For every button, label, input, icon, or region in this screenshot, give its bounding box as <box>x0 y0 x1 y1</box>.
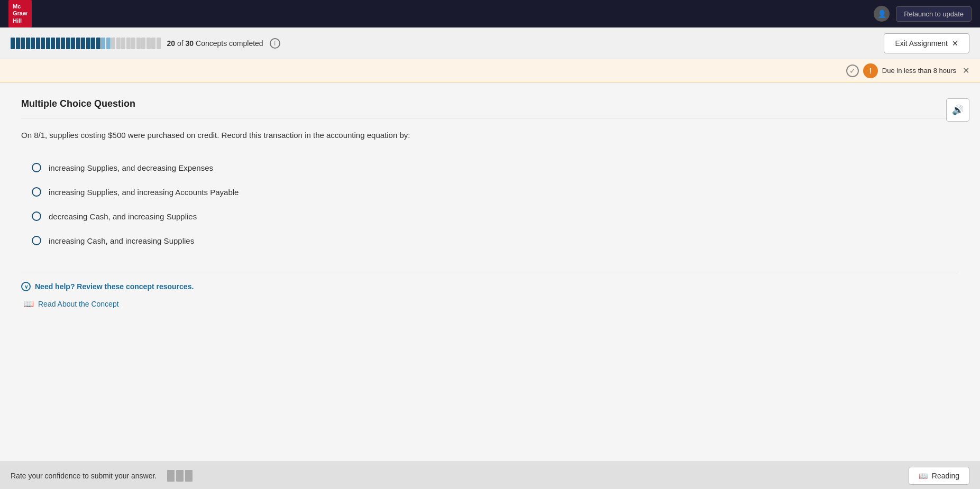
progress-segment-empty <box>151 38 155 49</box>
answer-options: increasing Supplies, and decreasing Expe… <box>32 163 959 245</box>
book-icon: 📖 <box>23 299 34 309</box>
warning-icon: ! <box>863 63 878 78</box>
radio-button-c[interactable] <box>32 211 41 221</box>
reading-icon: 📖 <box>919 472 928 480</box>
progress-total: 30 <box>186 39 194 48</box>
progress-bar <box>11 38 161 49</box>
progress-current: 20 <box>167 39 176 48</box>
chevron-down-icon: ∨ <box>21 282 31 291</box>
progress-segment-filled <box>86 38 90 49</box>
main-content: 🔊 Multiple Choice Question On 8/1, suppl… <box>0 82 980 484</box>
radio-inner-c <box>34 214 39 218</box>
progress-segment-empty <box>141 38 145 49</box>
bottom-left: Rate your confidence to submit your answ… <box>11 470 193 482</box>
radio-button-b[interactable] <box>32 187 41 197</box>
exit-label: Exit Assignment <box>895 39 948 48</box>
progress-segment-empty <box>116 38 121 49</box>
user-avatar[interactable]: 👤 <box>874 6 890 22</box>
progress-segment-filled <box>41 38 45 49</box>
due-notice-bar: ✓ ! Due in less than 8 hours ✕ <box>0 59 980 82</box>
progress-segment-filled <box>56 38 60 49</box>
progress-segment-partial <box>101 38 105 49</box>
radio-button-a[interactable] <box>32 163 41 172</box>
progress-segment-filled <box>26 38 30 49</box>
progress-segment-filled <box>66 38 70 49</box>
radio-inner-a <box>34 165 39 170</box>
progress-segment-filled <box>51 38 55 49</box>
progress-segment-filled <box>76 38 80 49</box>
due-text: Due in less than 8 hours <box>882 67 956 75</box>
bottom-bar: Rate your confidence to submit your answ… <box>0 462 980 489</box>
reading-label: Reading <box>932 472 959 480</box>
confidence-bars <box>167 470 193 482</box>
top-navigation: Mc Graw Hill 👤 Relaunch to update <box>0 0 980 27</box>
answer-option-d[interactable]: increasing Cash, and increasing Supplies <box>32 236 959 245</box>
confidence-text: Rate your confidence to submit your answ… <box>11 472 157 480</box>
option-text-c: decreasing Cash, and increasing Supplies <box>49 212 197 221</box>
progress-segment-empty <box>157 38 161 49</box>
check-circle-icon: ✓ <box>846 64 859 77</box>
help-section: ∨ Need help? Review these concept resour… <box>21 272 959 309</box>
confidence-bar-1 <box>167 470 175 482</box>
progress-segment-filled <box>46 38 50 49</box>
progress-segment-empty <box>126 38 131 49</box>
progress-segment-empty <box>131 38 135 49</box>
confidence-bar-3 <box>185 470 193 482</box>
progress-segment-filled <box>91 38 95 49</box>
progress-segment-filled <box>21 38 25 49</box>
info-icon[interactable]: i <box>270 38 280 49</box>
audio-button[interactable]: 🔊 <box>946 98 969 122</box>
progress-left: 20 of 30 Concepts completed i <box>11 38 969 49</box>
progress-segment-filled <box>81 38 85 49</box>
radio-button-d[interactable] <box>32 236 41 245</box>
progress-segment-empty <box>136 38 141 49</box>
progress-segment-filled <box>11 38 15 49</box>
relaunch-button[interactable]: Relaunch to update <box>896 6 972 22</box>
progress-segment-filled <box>36 38 40 49</box>
mcgraw-hill-logo: Mc Graw Hill <box>8 0 32 27</box>
option-text-b: increasing Supplies, and increasing Acco… <box>49 188 239 197</box>
progress-segment-filled <box>96 38 100 49</box>
radio-inner-b <box>34 190 39 194</box>
progress-segment-empty <box>121 38 125 49</box>
radio-inner-d <box>34 238 39 243</box>
progress-segment-filled <box>71 38 75 49</box>
answer-option-c[interactable]: decreasing Cash, and increasing Supplies <box>32 211 959 221</box>
answer-option-b[interactable]: increasing Supplies, and increasing Acco… <box>32 187 959 197</box>
progress-segment-filled <box>31 38 35 49</box>
progress-area: 20 of 30 Concepts completed i Exit Assig… <box>0 27 980 59</box>
reading-button[interactable]: 📖 Reading <box>909 467 969 485</box>
top-nav-right: 👤 Relaunch to update <box>874 6 972 22</box>
progress-segment-partial <box>106 38 111 49</box>
exit-assignment-button[interactable]: Exit Assignment ✕ <box>884 33 969 53</box>
progress-segment-empty <box>111 38 115 49</box>
progress-label: Concepts completed <box>196 39 263 48</box>
read-concept-link[interactable]: 📖 Read About the Concept <box>23 299 959 309</box>
progress-of: of <box>177 39 186 48</box>
exit-close-icon: ✕ <box>952 39 958 48</box>
progress-segment-filled <box>61 38 65 49</box>
help-link[interactable]: ∨ Need help? Review these concept resour… <box>21 282 959 291</box>
due-close-icon[interactable]: ✕ <box>963 66 969 76</box>
question-text: On 8/1, supplies costing $500 were purch… <box>21 129 497 142</box>
due-notice: ✓ ! Due in less than 8 hours ✕ <box>846 63 969 78</box>
read-concept-label: Read About the Concept <box>38 300 119 308</box>
help-link-text: Need help? Review these concept resource… <box>35 282 194 291</box>
progress-segment-empty <box>146 38 151 49</box>
answer-option-a[interactable]: increasing Supplies, and decreasing Expe… <box>32 163 959 172</box>
progress-text: 20 of 30 Concepts completed <box>167 39 263 48</box>
question-type-label: Multiple Choice Question <box>21 98 959 118</box>
progress-segment-filled <box>16 38 20 49</box>
confidence-bar-2 <box>176 470 184 482</box>
option-text-a: increasing Supplies, and decreasing Expe… <box>49 163 213 172</box>
option-text-d: increasing Cash, and increasing Supplies <box>49 236 194 245</box>
